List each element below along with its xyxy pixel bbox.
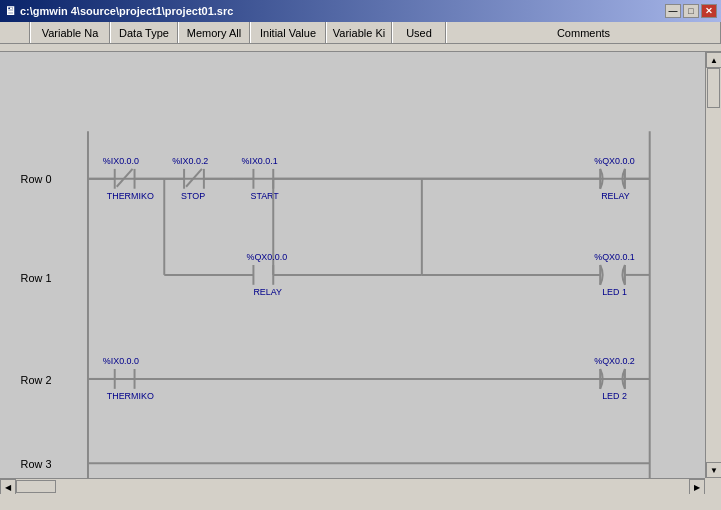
th-comments[interactable]: Comments bbox=[446, 22, 721, 43]
svg-text:%QX0.0.0: %QX0.0.0 bbox=[246, 252, 287, 262]
svg-text:LED 2: LED 2 bbox=[602, 391, 627, 401]
scroll-up-button[interactable]: ▲ bbox=[706, 52, 721, 68]
main-area: Row 0 %IX0.0.0 THERMIKO %IX0.0.2 bbox=[0, 52, 721, 494]
svg-text:%QX0.0.0: %QX0.0.0 bbox=[594, 156, 635, 166]
scroll-thumb-v[interactable] bbox=[707, 68, 720, 108]
title-bar: 🖥 c:\gmwin 4\source\project1\project01.s… bbox=[0, 0, 721, 22]
th-data-type[interactable]: Data Type bbox=[110, 22, 178, 43]
svg-text:Row 2: Row 2 bbox=[21, 374, 52, 386]
th-variable-name[interactable]: Variable Na bbox=[30, 22, 110, 43]
svg-text:%IX0.0.1: %IX0.0.1 bbox=[242, 156, 278, 166]
svg-text:Row 3: Row 3 bbox=[21, 458, 52, 470]
th-initial-value[interactable]: Initial Value bbox=[250, 22, 326, 43]
th-memory-all[interactable]: Memory All bbox=[178, 22, 250, 43]
th-used[interactable]: Used bbox=[392, 22, 446, 43]
th-variable-ki[interactable]: Variable Ki bbox=[326, 22, 392, 43]
svg-text:STOP: STOP bbox=[181, 191, 205, 201]
svg-text:%IX0.0.0: %IX0.0.0 bbox=[103, 356, 139, 366]
maximize-button[interactable]: □ bbox=[683, 4, 699, 18]
window-controls: — □ ✕ bbox=[665, 4, 717, 18]
scroll-left-button[interactable]: ◀ bbox=[0, 479, 16, 494]
svg-text:RELAY: RELAY bbox=[253, 287, 282, 297]
separator bbox=[0, 44, 721, 52]
svg-rect-0 bbox=[11, 52, 695, 478]
svg-text:THERMIKO: THERMIKO bbox=[107, 191, 154, 201]
svg-text:LED 1: LED 1 bbox=[602, 287, 627, 297]
svg-text:%QX0.0.1: %QX0.0.1 bbox=[594, 252, 635, 262]
scroll-down-button[interactable]: ▼ bbox=[706, 462, 721, 478]
window-title: c:\gmwin 4\source\project1\project01.src bbox=[20, 5, 233, 17]
app-icon: 🖥 bbox=[4, 4, 16, 18]
ladder-diagram: Row 0 %IX0.0.0 THERMIKO %IX0.0.2 bbox=[0, 52, 705, 478]
svg-text:%IX0.0.2: %IX0.0.2 bbox=[172, 156, 208, 166]
svg-text:Row 0: Row 0 bbox=[21, 173, 52, 185]
svg-text:%QX0.0.2: %QX0.0.2 bbox=[594, 356, 635, 366]
scrollbar-corner bbox=[705, 478, 721, 494]
svg-text:THERMIKO: THERMIKO bbox=[107, 391, 154, 401]
minimize-button[interactable]: — bbox=[665, 4, 681, 18]
svg-text:START: START bbox=[250, 191, 279, 201]
svg-text:Row 1: Row 1 bbox=[21, 272, 52, 284]
svg-text:RELAY: RELAY bbox=[601, 191, 630, 201]
svg-text:%IX0.0.0: %IX0.0.0 bbox=[103, 156, 139, 166]
close-button[interactable]: ✕ bbox=[701, 4, 717, 18]
th-empty bbox=[0, 22, 30, 43]
vertical-scrollbar[interactable]: ▲ ▼ bbox=[705, 52, 721, 478]
table-header: Variable Na Data Type Memory All Initial… bbox=[0, 22, 721, 44]
horizontal-scrollbar[interactable]: ◀ ▶ bbox=[0, 478, 705, 494]
scroll-thumb-h[interactable] bbox=[16, 480, 56, 493]
scroll-right-button[interactable]: ▶ bbox=[689, 479, 705, 494]
ladder-area[interactable]: Row 0 %IX0.0.0 THERMIKO %IX0.0.2 bbox=[0, 52, 705, 478]
